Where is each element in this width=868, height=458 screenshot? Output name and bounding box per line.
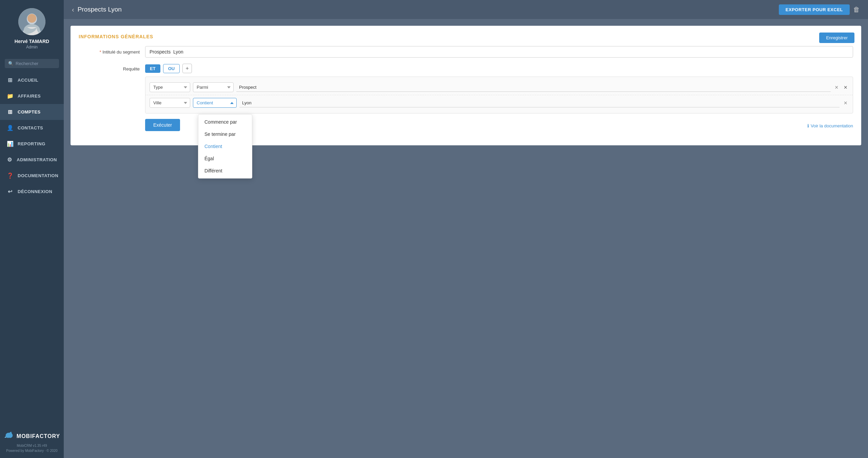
search-input[interactable] xyxy=(16,61,56,66)
trash-icon[interactable]: 🗑 xyxy=(853,6,860,14)
sidebar-item-label: AFFAIRES xyxy=(18,93,41,99)
form-card: INFORMATIONS GÉNÉRALES Enregistrer * Int… xyxy=(71,26,861,145)
filter-value-2[interactable] xyxy=(239,99,840,107)
filter-value-1[interactable] xyxy=(236,83,831,92)
sidebar-item-affaires[interactable]: 📁 AFFAIRES xyxy=(0,88,64,104)
sidebar-item-documentation[interactable]: ❓ DOCUMENTATION xyxy=(0,168,64,184)
main-content: ‹ Prospects Lyon EXPORTER POUR EXCEL 🗑 I… xyxy=(64,0,868,458)
mobifactory-bird-icon xyxy=(4,432,15,441)
dropdown-item-commence[interactable]: Commence par xyxy=(198,116,252,128)
remove-filter-2-button[interactable]: × xyxy=(842,100,849,106)
nav-items: ⊞ ACCUEIL 📁 AFFAIRES ⊞ COMPTES 👤 CONTACT… xyxy=(0,72,64,200)
sidebar-item-reporting[interactable]: 📊 REPORTING xyxy=(0,136,64,152)
svg-point-3 xyxy=(27,14,36,23)
filter-field-1[interactable]: Type Ville Nom xyxy=(150,82,190,92)
sidebar-item-label: DÉCONNEXION xyxy=(18,189,52,194)
powered-text: Powered by MobiFactory · © 2020 xyxy=(6,449,57,453)
clear-filter-1-button[interactable]: × xyxy=(833,84,840,90)
sidebar-item-label: DOCUMENTATION xyxy=(18,173,58,178)
sidebar-footer: MOBIFACTORY MobiCRM v1.35 r49 Powered by… xyxy=(0,426,64,458)
sidebar-item-deconnexion[interactable]: ↩ DÉCONNEXION xyxy=(0,184,64,200)
requete-area: ET OU + Type Ville Nom Parmi xyxy=(145,64,853,131)
logout-icon: ↩ xyxy=(7,188,14,195)
contacts-icon: 👤 xyxy=(7,125,14,131)
filter-rows: Type Ville Nom Parmi Contient Égal × × xyxy=(145,77,853,113)
back-icon: ‹ xyxy=(72,6,74,14)
reporting-icon: 📊 xyxy=(7,141,14,147)
executer-button[interactable]: Exécuter xyxy=(145,119,180,131)
export-excel-button[interactable]: EXPORTER POUR EXCEL xyxy=(779,4,850,15)
et-button[interactable]: ET xyxy=(145,64,160,73)
operator-dropdown-menu: Commence par Se termine par Contient Éga… xyxy=(198,114,252,179)
requete-label: Requête xyxy=(79,66,140,71)
remove-filter-1-button[interactable]: × xyxy=(842,84,849,90)
add-filter-button[interactable]: + xyxy=(182,64,192,73)
sidebar-item-label: REPORTING xyxy=(18,141,45,146)
admin-icon: ⚙ xyxy=(7,157,13,163)
requete-row: Requête ET OU + Type Ville Nom xyxy=(79,64,853,131)
top-bar: ‹ Prospects Lyon EXPORTER POUR EXCEL 🗑 xyxy=(64,0,868,19)
version-text: MobiCRM v1.35 r49 xyxy=(17,444,47,447)
page-title: Prospects Lyon xyxy=(78,6,122,13)
sidebar-item-accueil[interactable]: ⊞ ACCUEIL xyxy=(0,72,64,88)
dropdown-item-different[interactable]: Différent xyxy=(198,165,252,177)
documentation-link[interactable]: ℹ Voir la documentation xyxy=(807,123,853,128)
sidebar-item-label: ADMINISTRATION xyxy=(17,157,57,162)
sidebar-item-label: ACCUEIL xyxy=(18,78,38,83)
sidebar-item-label: COMPTES xyxy=(18,109,41,114)
dropdown-item-egal[interactable]: Égal xyxy=(198,152,252,165)
user-role: Admin xyxy=(26,45,38,49)
top-bar-actions: EXPORTER POUR EXCEL 🗑 xyxy=(779,4,860,15)
filter-row-2: Ville Type Nom Contient Commence par Se … xyxy=(145,95,853,110)
back-button[interactable]: ‹ xyxy=(72,6,74,14)
user-name: Hervé TAMARD xyxy=(15,39,49,44)
filter-operator-2[interactable]: Contient Commence par Se termine par Éga… xyxy=(193,98,237,108)
section-title: INFORMATIONS GÉNÉRALES xyxy=(79,34,853,39)
filter-operator-1[interactable]: Parmi Contient Égal xyxy=(193,82,234,92)
help-icon: ❓ xyxy=(7,172,14,179)
info-icon: ℹ xyxy=(807,123,809,128)
ou-button[interactable]: OU xyxy=(163,64,180,73)
avatar xyxy=(18,8,45,35)
accounts-icon: ⊞ xyxy=(7,109,14,115)
home-icon: ⊞ xyxy=(7,77,14,83)
intitule-row: * Intitulé du segment xyxy=(79,46,853,58)
logo-text: MOBIFACTORY xyxy=(17,433,60,439)
sidebar-item-contacts[interactable]: 👤 CONTACTS xyxy=(0,120,64,136)
dropdown-item-contient[interactable]: Contient xyxy=(198,140,252,152)
filter-row-1: Type Ville Nom Parmi Contient Égal × × xyxy=(145,80,853,95)
dropdown-item-termine[interactable]: Se termine par xyxy=(198,128,252,140)
sidebar: Hervé TAMARD Admin 🔍 ⊞ ACCUEIL 📁 AFFAIRE… xyxy=(0,0,64,458)
search-box[interactable]: 🔍 xyxy=(5,59,59,68)
enregistrer-button[interactable]: Enregistrer xyxy=(819,33,854,43)
sidebar-item-comptes[interactable]: ⊞ COMPTES xyxy=(0,104,64,120)
intitule-label: * Intitulé du segment xyxy=(79,49,140,55)
avatar-section: Hervé TAMARD Admin xyxy=(0,0,64,55)
sidebar-item-label: CONTACTS xyxy=(18,125,43,130)
folder-icon: 📁 xyxy=(7,93,14,99)
intitule-input[interactable] xyxy=(145,46,853,58)
et-ou-row: ET OU + xyxy=(145,64,853,73)
sidebar-item-administration[interactable]: ⚙ ADMINISTRATION xyxy=(0,152,64,168)
filter-field-2[interactable]: Ville Type Nom xyxy=(150,98,190,108)
search-icon: 🔍 xyxy=(8,61,14,66)
